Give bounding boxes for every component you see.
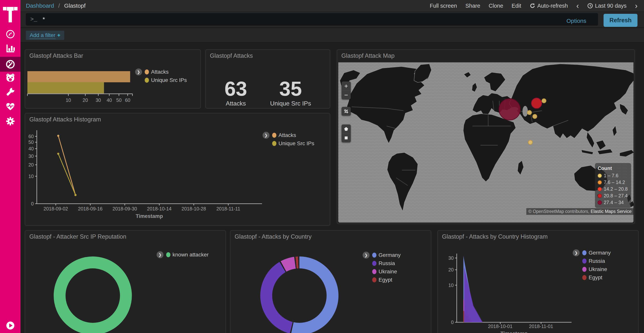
legend-item[interactable]: Unique Src IPs	[272, 140, 314, 147]
svg-text:10: 10	[448, 282, 454, 288]
gear-icon	[5, 116, 15, 126]
legend-toggle-button[interactable]: ❯	[573, 249, 580, 256]
query-value: *	[42, 16, 45, 23]
legend-item[interactable]: Ukraine	[582, 266, 611, 272]
legend-item-label: Ukraine	[378, 268, 397, 275]
svg-text:40: 40	[106, 97, 112, 103]
panel-title: Glastopf Attack Map	[341, 52, 394, 59]
draw-polygon-button[interactable]	[342, 125, 351, 133]
metric-unique-src-ips: 35 Unique Src IPs	[270, 79, 311, 107]
panel-attacks-by-country: Glastopf - Attacks by Country ❯GermanyRu…	[230, 230, 431, 333]
svg-text:2018-10-14: 2018-10-14	[147, 206, 172, 211]
share-button[interactable]: Share	[465, 3, 480, 9]
legend-item[interactable]: Egypt	[372, 277, 400, 283]
wrench-icon	[5, 87, 15, 97]
refresh-button[interactable]: Refresh	[604, 14, 638, 27]
chart-legend: ❯known attacker	[156, 252, 208, 258]
map-legend-row: 20.8 – 27.4	[598, 193, 628, 199]
sidebar-item-honeypot[interactable]	[0, 70, 20, 85]
sidebar-collapse-button[interactable]	[0, 318, 20, 333]
legend-item-label: Russia	[588, 258, 605, 264]
sidebar-item-dashboard[interactable]	[0, 57, 20, 72]
breadcrumb-current: Glastopf	[64, 3, 86, 9]
sidebar	[0, 0, 20, 333]
attacks-histogram-chart[interactable]: 01020304050602018-09-022018-09-162018-09…	[25, 113, 330, 225]
legend-item-label: Attacks	[151, 69, 169, 75]
clone-button[interactable]: Clone	[489, 3, 503, 9]
svg-text:0: 0	[31, 201, 34, 206]
attack-location-circle	[527, 111, 532, 115]
play-circle-icon	[5, 320, 15, 330]
time-range-prev-button[interactable]: ‹	[576, 2, 579, 10]
bear-icon	[5, 73, 15, 83]
full-screen-button[interactable]: Full screen	[430, 3, 457, 9]
sidebar-item-management[interactable]	[0, 114, 20, 129]
legend-item-label: Germany	[378, 252, 400, 258]
time-range-picker[interactable]: Last 90 days	[587, 3, 626, 9]
zoom-in-button[interactable]: +	[342, 82, 351, 90]
legend-toggle-button[interactable]: ❯	[156, 251, 164, 258]
crop-icon	[344, 109, 349, 114]
legend-item[interactable]: known attacker	[166, 252, 208, 258]
sidebar-item-visualize[interactable]	[0, 41, 20, 56]
osm-attribution-link[interactable]: © OpenStreetMap contributors,	[528, 209, 590, 214]
reputation-donut-chart[interactable]	[54, 256, 132, 333]
legend-item[interactable]: Germany	[372, 252, 400, 258]
legend-toggle-button[interactable]: ❯	[262, 132, 270, 139]
country-histogram-chart[interactable]: 01020302018-10-012018-11-01Timestamp	[438, 231, 638, 333]
ems-attribution: Elastic Maps Service	[591, 209, 632, 214]
svg-text:50: 50	[116, 97, 122, 103]
legend-item[interactable]: Ukraine	[372, 268, 400, 275]
metric-value: 63	[224, 79, 247, 99]
attack-location-circle	[528, 140, 532, 144]
add-filter-button[interactable]: Add a filter+	[26, 31, 64, 40]
svg-text:30: 30	[96, 97, 101, 103]
sidebar-item-dev-tools[interactable]	[0, 84, 20, 99]
fit-data-bounds-button[interactable]	[342, 107, 351, 116]
legend-item[interactable]: Russia	[582, 258, 611, 264]
compass-icon	[5, 29, 15, 39]
time-range-next-button[interactable]: ›	[635, 2, 638, 10]
bar-chart-icon	[5, 43, 15, 53]
metric-label: Attacks	[224, 100, 247, 107]
legend-item[interactable]: Germany	[582, 250, 611, 256]
zoom-out-button[interactable]: −	[342, 90, 351, 99]
svg-text:2018-09-30: 2018-09-30	[112, 206, 137, 211]
attack-location-circle	[531, 98, 542, 108]
gauge-icon	[5, 59, 15, 69]
world-map[interactable]: + −	[338, 62, 634, 222]
legend-item-label: Unique Src IPs	[278, 140, 314, 147]
options-link[interactable]: Options	[566, 18, 586, 24]
sidebar-item-discover[interactable]	[0, 27, 20, 42]
map-legend-dot	[598, 180, 602, 185]
auto-refresh-button[interactable]: Auto-refresh	[530, 3, 568, 9]
svg-text:40: 40	[28, 146, 34, 151]
edit-button[interactable]: Edit	[512, 3, 521, 9]
svg-text:Timestamp: Timestamp	[500, 331, 528, 333]
panel-country-histogram: Glastopf - Attacks by Country Histogram …	[438, 230, 639, 333]
legend-item[interactable]: Attacks	[272, 132, 314, 138]
breadcrumb-separator: /	[58, 3, 60, 9]
draw-rectangle-button[interactable]	[342, 133, 351, 142]
panel-title: Glastopf - Attacks by Country Histogram	[442, 233, 548, 240]
svg-text:2018-11-01: 2018-11-01	[529, 323, 553, 329]
legend-toggle-button[interactable]: ❯	[363, 252, 370, 259]
clock-icon	[587, 3, 593, 9]
legend-item[interactable]: Egypt	[582, 274, 611, 281]
legend-item[interactable]: Russia	[372, 260, 400, 266]
legend-toggle-button[interactable]: ❯	[135, 69, 142, 75]
legend-item[interactable]: Attacks	[145, 69, 187, 75]
refresh-cycle-icon	[530, 3, 535, 9]
breadcrumb: Dashboard / Glastopf	[26, 3, 86, 9]
sidebar-item-monitoring[interactable]	[0, 99, 20, 114]
map-draw-controls	[342, 125, 351, 142]
svg-text:10: 10	[66, 97, 71, 103]
svg-text:20: 20	[448, 267, 454, 272]
legend-item[interactable]: Unique Src IPs	[145, 77, 187, 83]
plus-icon: +	[57, 32, 60, 38]
map-legend-title: Count	[598, 165, 628, 171]
map-fit-control	[342, 107, 351, 116]
search-query-input[interactable]: >_ * Options Refresh	[26, 13, 598, 26]
panel-attacks-metric: Glastopf Attacks 63 Attacks 35 Unique Sr…	[205, 49, 330, 109]
breadcrumb-dashboard-link[interactable]: Dashboard	[26, 3, 54, 9]
